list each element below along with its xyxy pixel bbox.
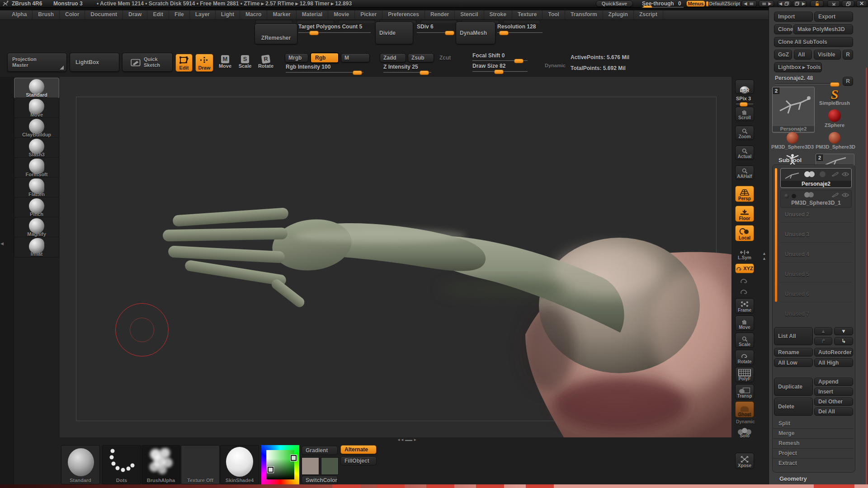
dynamesh-button[interactable]: DynaMesh	[456, 22, 495, 44]
color-picker-handle-sv[interactable]	[268, 467, 274, 473]
menu-file[interactable]: File	[169, 10, 190, 19]
tool-r-button[interactable]: R	[843, 77, 853, 86]
menu-zplugin[interactable]: Zplugin	[603, 10, 634, 19]
all-low-button[interactable]: All Low	[774, 358, 813, 367]
projection-master-button[interactable]: Projection Master	[7, 53, 67, 72]
section-extract[interactable]: Extract	[778, 460, 797, 466]
menu-zscript[interactable]: Zscript	[634, 10, 663, 19]
polypaint-toggle-icon[interactable]	[804, 171, 810, 177]
menu-preferences[interactable]: Preferences	[382, 10, 425, 19]
current-stroke-swatch[interactable]: Dots	[102, 445, 141, 484]
section-merge[interactable]: Merge	[778, 430, 794, 436]
xyz-button[interactable]: XYZ	[735, 263, 754, 273]
polyf-button[interactable]: PolyF	[735, 367, 754, 382]
autoreorder-button[interactable]: AutoReorder	[814, 348, 853, 357]
quick-sketch-button[interactable]: Quick Sketch	[122, 53, 173, 72]
goz-r-button[interactable]: R	[843, 50, 853, 60]
brush-item-standard[interactable]: Standard	[14, 78, 59, 99]
mrgb-button[interactable]: Mrgb	[285, 53, 308, 62]
bpr-button[interactable]: BPR	[735, 80, 754, 94]
transp-button[interactable]: Transp	[735, 384, 754, 399]
menu-color[interactable]: Color	[60, 10, 85, 19]
subtool-brush-icon[interactable]	[831, 192, 840, 197]
polypaint-toggle-icon[interactable]	[804, 192, 810, 197]
floor-button[interactable]: Floor	[735, 206, 754, 222]
prev-document-button[interactable]: ◀	[778, 0, 791, 7]
zremesher-button[interactable]: ZRemesher	[255, 23, 297, 44]
export-button[interactable]: Export	[814, 12, 853, 22]
subtool-unused-4[interactable]: Unused 4	[785, 251, 809, 258]
frame-button[interactable]: Frame	[735, 298, 754, 314]
menu-draw[interactable]: Draw	[123, 10, 147, 19]
zscript-record-icon[interactable]	[706, 1, 708, 6]
brush-item-flatten[interactable]: Flatten	[14, 177, 59, 198]
all-high-button[interactable]: All High	[814, 358, 853, 367]
canvas-hscroll[interactable]: ◄◄ ▬▬ ►	[380, 438, 434, 442]
brush-item-move[interactable]: Move	[14, 98, 59, 118]
subtool-unused-7[interactable]: Unused 7	[785, 311, 809, 317]
rgb-intensity-slider[interactable]	[286, 71, 363, 73]
brush-item-magnify[interactable]: Magnify	[14, 217, 59, 238]
menu-document[interactable]: Document	[85, 10, 123, 19]
duplicate-button[interactable]: Duplicate	[774, 378, 813, 396]
scale-button[interactable]: S Scale	[237, 55, 253, 72]
subtool-scrollbar[interactable]	[775, 168, 777, 302]
subtool-brush-icon[interactable]	[831, 172, 840, 177]
rgb-button[interactable]: Rgb	[310, 52, 339, 63]
tool-thumb-sphere3d3[interactable]: PM3D_Sphere3D3	[771, 132, 814, 153]
section-project[interactable]: Project	[778, 450, 797, 456]
tool-thumb-zsphere[interactable]: ZSphere	[816, 109, 854, 130]
menu-light[interactable]: Light	[216, 10, 240, 19]
menu-picker[interactable]: Picker	[355, 10, 382, 19]
rotate-button[interactable]: R Rotate	[257, 55, 275, 72]
secondary-color-swatch[interactable]	[321, 457, 339, 475]
subtool-item[interactable]: PM3D_Sphere3D_1	[780, 190, 852, 208]
color-picker-sv-square[interactable]	[266, 450, 294, 479]
divide-button[interactable]: Divide	[375, 22, 413, 44]
fillobject-button[interactable]: FillObject	[340, 456, 377, 465]
section-remesh[interactable]: Remesh	[778, 440, 800, 446]
hide-left-tray-button[interactable]: ◀	[741, 0, 757, 7]
aahalf-button[interactable]: AAHalf	[735, 165, 754, 180]
focal-shift-slider[interactable]	[472, 60, 528, 61]
draw-button[interactable]: Draw	[195, 54, 213, 72]
menu-render[interactable]: Render	[425, 10, 455, 19]
scale-view-button[interactable]: Scale	[735, 333, 754, 348]
tool-thumb-simplebrush[interactable]: S SimpleBrush	[816, 87, 854, 108]
alternate-button[interactable]: Alternate	[340, 445, 377, 454]
menu-brush[interactable]: Brush	[33, 10, 60, 19]
menu-marker[interactable]: Marker	[267, 10, 296, 19]
quicksave-button[interactable]: QuickSave	[596, 0, 633, 7]
current-texture-swatch[interactable]: Texture Off	[181, 445, 220, 484]
next-document-button[interactable]: ▶	[793, 0, 807, 7]
spix-slider[interactable]	[736, 103, 753, 104]
close-button[interactable]: ✕	[856, 0, 867, 7]
menu-alpha[interactable]: Alpha	[6, 10, 33, 19]
menu-layer[interactable]: Layer	[190, 10, 216, 19]
zsub-button[interactable]: Zsub	[408, 53, 434, 62]
del-all-button[interactable]: Del All	[814, 408, 853, 416]
section-split[interactable]: Split	[778, 420, 790, 427]
menu-stencil[interactable]: Stencil	[455, 10, 484, 19]
menus-button[interactable]: Menus	[686, 0, 705, 7]
local-button[interactable]: Local	[735, 225, 754, 241]
default-zscript-button[interactable]: DefaultZScript	[710, 0, 739, 7]
zoom-button[interactable]: Zoom	[735, 126, 754, 140]
lsym-button[interactable]: L.Sym	[735, 248, 754, 261]
subtool-eye-icon[interactable]	[841, 172, 849, 177]
goz-visible-button[interactable]: Visible	[814, 50, 841, 60]
import-button[interactable]: Import	[774, 12, 813, 22]
rotate-z-icon[interactable]	[740, 288, 749, 296]
current-material-swatch[interactable]: SkinShade4	[220, 445, 259, 484]
menu-macro[interactable]: Macro	[240, 10, 267, 19]
canvas[interactable]	[60, 77, 731, 437]
lightbox-tools-button[interactable]: Lightbox ▸ Tools	[774, 62, 822, 72]
goz-all-button[interactable]: All	[794, 50, 812, 60]
clone-all-subtools-button[interactable]: Clone All SubTools	[774, 37, 853, 47]
geometry-header[interactable]: Geometry	[779, 475, 807, 482]
menu-movie[interactable]: Movie	[328, 10, 355, 19]
move-button[interactable]: M Move	[217, 55, 233, 72]
current-alpha-swatch[interactable]: BrushAlpha	[142, 445, 180, 484]
insert-button[interactable]: Insert	[814, 388, 853, 396]
subtool-unused-5[interactable]: Unused 5	[785, 271, 809, 277]
